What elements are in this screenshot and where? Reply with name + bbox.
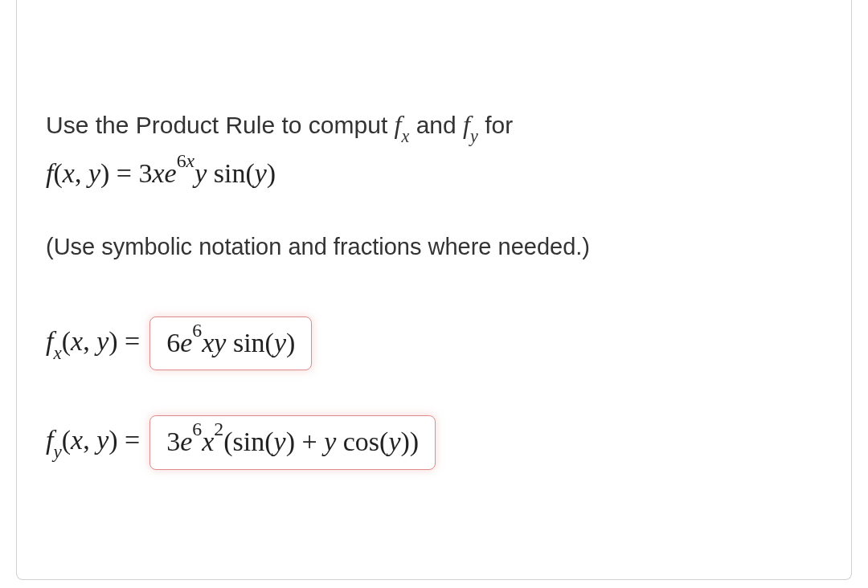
function-definition: f(x, y) = 3xe6xy sin(y) [46,156,822,189]
problem-statement: Use the Product Rule to comput fx and fy… [46,104,822,148]
question-card: Use the Product Rule to comput fx and fy… [16,0,852,580]
prompt-text-1: Use the Product Rule to comput [46,112,395,138]
prompt-text-2: and [409,112,463,138]
fx-symbol: fx [395,110,410,139]
fx-answer-input[interactable]: 6e6xy sin(y) [149,316,312,370]
prompt-text-3: for [478,112,513,138]
fx-answer-row: fx(x, y) = 6e6xy sin(y) [46,316,822,370]
fy-symbol: fy [463,110,478,139]
fy-answer-input[interactable]: 3e6x2(sin(y) + y cos(y)) [149,415,436,469]
fy-answer-row: fy(x, y) = 3e6x2(sin(y) + y cos(y)) [46,415,822,469]
hint-text: (Use symbolic notation and fractions whe… [46,234,822,260]
fy-label: fy(x, y) = [46,425,140,460]
fx-label: fx(x, y) = [46,326,140,361]
